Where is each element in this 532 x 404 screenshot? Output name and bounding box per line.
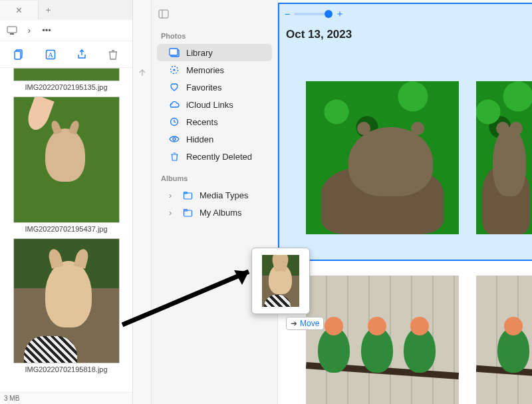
svg-point-11 [173,69,175,71]
chevron-right-icon[interactable]: › [169,208,176,218]
file-name: IMG20220702195437.jpg [5,225,127,233]
file-item[interactable]: IMG20220702195818.jpg [5,238,127,373]
svg-text:A: A [49,51,54,59]
finder-path-toolbar: › ••• [0,20,132,41]
zoom-out-button[interactable]: − [285,9,290,19]
upload-icon[interactable] [136,67,148,81]
date-header: Oct 13, 2023 [286,28,352,41]
finder-tab[interactable]: ✕ [0,1,39,19]
sidebar-item-label: Favorites [186,83,263,93]
folder-icon [182,207,193,218]
sidebar-item-my-albums[interactable]: › My Albums [157,204,272,221]
sidebar-item-library[interactable]: Library [157,44,272,61]
zoom-in-button[interactable]: ＋ [335,8,344,20]
photos-app: Photos Library Memories Favorites iCloud… [152,0,532,404]
svg-rect-9 [170,49,178,55]
finder-window: ✕ ＋ › ••• A IMG20220702195135.jpg [0,0,133,404]
chevron-right-icon[interactable]: › [169,190,176,200]
photo-thumbnail[interactable] [306,81,459,234]
duplicate-icon[interactable] [10,45,29,64]
photo-thumbnail[interactable] [476,276,532,404]
memories-icon [169,65,180,75]
sidebar-item-hidden[interactable]: Hidden [157,130,272,148]
zoom-slider[interactable] [294,13,331,15]
sidebar-item-memories[interactable]: Memories [157,61,272,79]
sidebar-item-label: My Albums [200,208,263,218]
svg-rect-1 [10,33,14,35]
file-thumbnail [13,238,120,363]
sidebar-item-label: iCloud Links [186,100,263,110]
text-style-icon[interactable]: A [41,45,60,64]
close-icon[interactable]: ✕ [15,5,23,15]
sidebar-item-icloud-links[interactable]: iCloud Links [157,96,272,113]
divider-column [133,0,152,404]
file-list: IMG20220702195135.jpg IMG20220702195437.… [0,68,132,404]
sidebar-item-label: Memories [186,65,263,75]
zoom-slider-knob[interactable] [325,10,332,18]
sidebar-item-label: Library [186,48,263,58]
cloud-icon [169,99,180,110]
library-icon [169,47,180,58]
file-thumbnail [13,97,120,223]
sidebar-section-albums: Albums [152,165,277,186]
clock-icon [169,116,180,127]
file-name: IMG20220702195818.jpg [5,365,127,373]
heart-icon [169,82,180,93]
drag-preview-thumb [262,255,299,307]
desktop-icon [7,25,17,36]
file-item[interactable]: IMG20220702195135.jpg [5,68,127,91]
zoom-slider-row: − ＋ [285,8,344,20]
svg-rect-6 [159,10,168,18]
more-icon[interactable]: ••• [41,25,52,36]
svg-rect-0 [7,27,17,33]
arrow-right-icon: ➜ [291,319,297,328]
file-name: IMG20220702195135.jpg [5,83,127,91]
sidebar-item-label: Recents [186,117,263,127]
photo-thumbnail[interactable] [306,276,459,404]
finder-action-toolbar: A [0,41,132,68]
new-tab-button[interactable]: ＋ [39,1,57,19]
sidebar-item-label: Hidden [186,134,263,144]
sidebar-item-label: Media Types [200,190,263,200]
svg-point-13 [173,138,176,140]
share-icon[interactable] [72,45,91,64]
folder-icon [182,190,193,200]
sidebar-item-favorites[interactable]: Favorites [157,79,272,96]
eye-icon [169,134,180,144]
sidebar-item-media-types[interactable]: › Media Types [157,186,272,204]
finder-tabbar: ✕ ＋ [0,0,132,20]
drag-preview [251,248,310,314]
drop-action-label: ➜ Move [286,317,324,330]
sidebar-item-recently-deleted[interactable]: Recently Deleted [157,148,272,165]
sidebar-item-label: Recently Deleted [186,152,263,162]
file-item[interactable]: IMG20220702195437.jpg [5,97,127,233]
status-bar: 3 MB [0,392,132,404]
sidebar-item-recents[interactable]: Recents [157,113,272,130]
chevron-right-icon[interactable]: › [24,25,35,36]
svg-rect-3 [15,51,21,59]
trash-icon[interactable] [104,45,122,64]
photo-thumbnail[interactable] [476,81,532,234]
photos-main: − ＋ Oct 13, 2023 [278,0,532,404]
trash-icon [169,151,180,162]
drop-action-text: Move [300,319,319,328]
sidebar-toggle-icon[interactable] [158,9,169,21]
sidebar-section-photos: Photos [152,23,277,44]
photos-sidebar: Photos Library Memories Favorites iCloud… [152,0,278,404]
file-thumbnail [13,68,120,81]
